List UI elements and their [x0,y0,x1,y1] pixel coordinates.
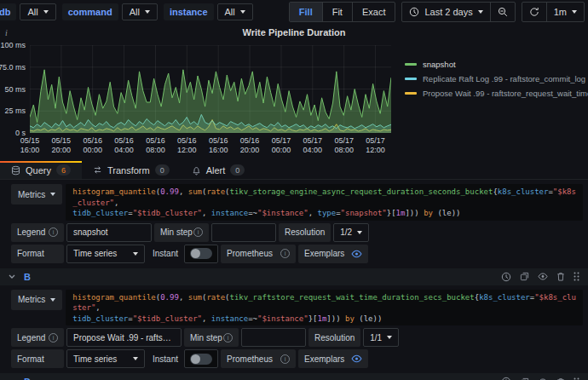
y-axis-tick: 75.0 ms [0,63,26,72]
query-editor-b: B Metrics histogram_quantile(0.99, sum(r… [0,268,588,369]
info-icon [280,249,290,258]
transform-count-badge: 0 [155,164,170,176]
chevron-down-icon [240,10,245,14]
chevron-down-icon [50,298,55,302]
min-step-field-label: Min step [184,328,239,347]
transform-icon [93,165,102,175]
legend-input[interactable] [66,223,152,242]
x-axis-tick: 05/1600:00 [83,136,102,155]
query-count-badge: 6 [56,164,71,176]
query-editor-a: Metrics histogram_quantile(0.99, sum(rat… [0,184,588,263]
instant-label: Instant [147,354,182,364]
time-range-button[interactable]: Last 2 days [402,3,489,21]
metrics-dropdown-button[interactable]: Metrics [11,290,62,310]
legend-header: max current [405,44,588,54]
metrics-dropdown-button[interactable]: Metrics [11,184,62,204]
refresh-interval-select[interactable]: 1m [546,3,584,21]
x-axis-tick: 05/1700:00 [272,136,291,155]
exact-button[interactable]: Exact [353,3,395,21]
x-axis-tick: 05/1616:00 [209,136,228,155]
history-icon[interactable] [501,272,511,282]
plot-area[interactable]: 100 ms 75.0 ms 50 ms 25 ms 0 s [30,45,391,133]
bell-icon [192,165,201,176]
x-axis-tick: 05/1712:00 [366,136,385,155]
fill-button[interactable]: Fill [290,3,323,21]
resolution-select[interactable]: 1/1 [363,328,399,347]
resolution-select[interactable]: 1/2 [333,223,369,242]
resolution-field-label: Resolution [308,328,360,347]
variable-instance-select[interactable]: All [217,3,253,20]
panel-info-icon [5,28,8,37]
exemplars-field: Exemplars [298,245,368,263]
legend-field-label: Legend [11,328,64,347]
legend-row-propose-wait: Propose Wait .99 - raftstore_request_wai… [405,86,588,101]
instant-toggle[interactable] [184,349,218,368]
refresh-group: 1m [522,2,585,22]
format-field-label: Format [11,349,64,368]
instant-label: Instant [147,249,182,258]
view-mode-segmented-control: Fill Fit Exact [289,2,396,22]
series-name[interactable]: snapshot [423,60,588,69]
chevron-down-icon [145,10,150,14]
legend-input[interactable] [66,328,182,347]
legend-row-snapshot: snapshot 80.3 ms 63.1 ms [405,57,588,72]
duration-graph[interactable] [30,45,391,133]
history-icon[interactable] [501,377,511,380]
x-axis-tick: 05/1516:00 [20,136,40,155]
prometheus-field-label: Prometheus [221,245,296,263]
chevron-down-icon [133,357,138,360]
instant-toggle[interactable] [184,245,218,263]
chevron-down-icon [133,252,138,256]
variable-command-label: command [62,3,118,20]
format-field-label: Format [11,245,64,263]
y-axis-tick: 50 ms [4,85,26,94]
promql-code-editor[interactable]: histogram_quantile(0.99, sum(rate(tikv_r… [66,290,583,326]
chevron-down-icon[interactable] [9,274,15,279]
series-name[interactable]: Replicate Raft Log .99 - raftstore_commi… [423,74,588,83]
fit-button[interactable]: Fit [323,3,353,21]
query-b-header: B [0,268,588,285]
variable-db-label: db [0,3,16,20]
info-icon [223,333,233,343]
series-name[interactable]: Propose Wait .99 - raftstore_request_wai… [423,89,588,98]
legend-table: max current snapshot 80.3 ms 63.1 ms Rep… [391,39,588,158]
variable-db-select[interactable]: All [20,3,55,20]
tab-alert[interactable]: Alert 0 [181,161,257,179]
delete-query-icon[interactable] [556,272,565,281]
series-color-dash [405,92,417,95]
variable-instance-label: instance [164,3,214,20]
refresh-button[interactable] [522,3,546,21]
duplicate-query-icon[interactable] [520,272,529,281]
panel-title[interactable]: Write Pipeline Duration [3,26,585,39]
zoom-out-button[interactable] [490,3,515,21]
format-select[interactable]: Time series [66,349,145,368]
tab-transform[interactable]: Transform 0 [82,161,181,179]
eye-icon[interactable] [351,250,362,258]
info-icon [49,227,58,237]
drag-handle-icon[interactable] [574,377,579,380]
min-step-input[interactable] [241,328,306,347]
toggle-switch-off [190,354,212,365]
min-step-input[interactable] [211,223,276,242]
tab-query[interactable]: Query 6 [0,161,82,179]
clock-icon [409,7,419,17]
legend-field-label: Legend [11,223,64,242]
delete-query-icon[interactable] [556,377,565,380]
database-icon [11,165,20,176]
promql-code-editor[interactable]: histogram_quantile(0.99, sum(rate(tikv_s… [66,184,583,221]
x-axis-tick: 05/1608:00 [146,136,165,155]
hide-query-icon[interactable] [538,273,548,280]
time-picker-group: Last 2 days [401,2,515,22]
drag-handle-icon[interactable] [574,272,579,281]
legend-row-replicate-raft-log: Replicate Raft Log .99 - raftstore_commi… [405,72,588,86]
refresh-icon [529,7,539,17]
chevron-down-icon [572,10,577,14]
chevron-down-icon [43,10,49,14]
duplicate-query-icon[interactable] [520,377,529,380]
format-select[interactable]: Time series [66,245,145,263]
query-editor-d: D Metrics histogram_quantile(0.99, sum(r… [0,373,588,380]
eye-icon[interactable] [351,354,362,363]
query-ref-letter: B [24,272,31,282]
variable-command-select[interactable]: All [122,3,158,20]
x-axis: 05/1516:0005/1520:0005/1600:0005/1604:00… [30,136,391,158]
